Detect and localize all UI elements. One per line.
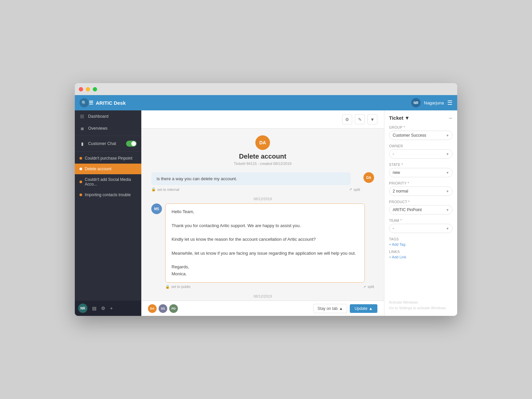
add-icon[interactable]: + bbox=[110, 306, 113, 311]
state-select[interactable]: new open resolved closed bbox=[389, 168, 453, 177]
sidebar-nav: ☷ Dashboard ≣ Overviews ▮ Customer Chat bbox=[75, 110, 141, 301]
sidebar-ticket-4[interactable]: Importing contacts trouble bbox=[75, 190, 141, 200]
logo-text: ARITIC Desk bbox=[96, 100, 126, 106]
team-select[interactable]: - Team A Team B bbox=[389, 224, 453, 233]
title-bar bbox=[75, 83, 457, 95]
update-label: Update bbox=[354, 306, 367, 311]
panel-arrow-icon[interactable]: → bbox=[448, 115, 453, 121]
settings-toolbar-icon[interactable]: ⚙ bbox=[342, 114, 352, 124]
sidebar-item-overviews[interactable]: ≣ Overviews bbox=[75, 122, 141, 134]
main-wrapper: ⚙ ✎ ▼ DA Delete account Ticket# 841 bbox=[141, 110, 457, 316]
message-wrapper-1: is there a way you can delete my account… bbox=[151, 172, 360, 192]
message-row-2: MS Hello Team, Thank you for contacting … bbox=[151, 203, 374, 289]
maximize-button[interactable] bbox=[93, 87, 97, 91]
menu-icon[interactable]: ☰ bbox=[447, 99, 453, 106]
group-field: GROUP * Customer Success Technical Sales… bbox=[389, 125, 453, 140]
close-button[interactable] bbox=[79, 87, 83, 91]
message-avatar-2: MS bbox=[151, 203, 162, 214]
chevron-up-icon: ▲ bbox=[339, 306, 343, 311]
priority-select[interactable]: 1 low 2 normal 3 high 4 critical bbox=[389, 187, 453, 196]
user-avatar: NR bbox=[411, 98, 421, 107]
product-select-wrapper: ARITIC PinPoint ARITIC Mail ARITIC Desk … bbox=[389, 205, 453, 214]
panel-title: Ticket ▼ bbox=[389, 115, 410, 121]
sidebar-item-dashboard[interactable]: ☷ Dashboard bbox=[75, 110, 141, 122]
minimize-button[interactable] bbox=[86, 87, 90, 91]
state-select-wrapper: new open resolved closed ▼ bbox=[389, 168, 453, 177]
customer-chat-toggle[interactable] bbox=[126, 141, 137, 147]
activate-watermark: Activate Windows Go to Settings to activ… bbox=[389, 286, 453, 311]
priority-label: PRIORITY * bbox=[389, 181, 453, 185]
message-actions-1: 🔒 set to internal ➚ split bbox=[151, 187, 360, 192]
settings-icon[interactable]: ⚙ bbox=[101, 306, 105, 311]
links-section: LINKS + Add Link bbox=[389, 250, 453, 259]
sidebar-label-customer-chat: Customer Chat bbox=[88, 141, 116, 146]
ticket-title-area: DA Delete account Ticket# 84115 - create… bbox=[151, 135, 374, 166]
message-text-1: is there a way you can delete my account… bbox=[157, 176, 237, 181]
ticket-dot-3 bbox=[79, 181, 82, 183]
add-link-button[interactable]: + Add Link bbox=[389, 255, 453, 259]
chart-icon[interactable]: ▤ bbox=[92, 306, 96, 311]
ticket-label-4: Importing contacts trouble bbox=[85, 193, 131, 197]
username: Nagarjuna bbox=[424, 100, 444, 105]
sidebar-label-overviews: Overviews bbox=[88, 126, 107, 131]
links-label: LINKS bbox=[389, 250, 453, 254]
sidebar-label-dashboard: Dashboard bbox=[88, 114, 108, 119]
tags-label: TAGS bbox=[389, 237, 453, 241]
app-container: 🔍 ☰ ARITIC Desk NR Nagarjuna ☰ ☷ Dashboa… bbox=[75, 95, 457, 316]
bottom-avatar-da[interactable]: DA bbox=[148, 304, 157, 313]
add-tag-button[interactable]: + Add Tag bbox=[389, 242, 453, 246]
split-icon-1: ➚ bbox=[349, 187, 352, 192]
product-field: PRODUCT * ARITIC PinPoint ARITIC Mail AR… bbox=[389, 200, 453, 214]
msg-line-3: Kindly let us know the reason for the ac… bbox=[172, 236, 358, 243]
update-chevron-icon: ▲ bbox=[369, 306, 373, 311]
sidebar-ticket-3[interactable]: Couldn't add Social Media Acco... bbox=[75, 174, 141, 190]
header-right: NR Nagarjuna ☰ bbox=[411, 98, 453, 107]
message-bubble-2: Hello Team, Thank you for contacting Ari… bbox=[165, 203, 365, 283]
stay-on-tab-button[interactable]: Stay on tab ▲ bbox=[313, 304, 347, 313]
set-internal-action[interactable]: 🔒 set to internal bbox=[151, 187, 179, 192]
ticket-label-1: Couldn't purchase Pinpoint bbox=[85, 156, 132, 161]
owner-select[interactable]: - Monica Nagarjuna bbox=[389, 149, 453, 159]
panel-dropdown-icon[interactable]: ▼ bbox=[405, 115, 410, 121]
ticket-title: Delete account bbox=[151, 153, 374, 160]
message-avatar-1: DA bbox=[363, 172, 374, 183]
sidebar-item-customer-chat[interactable]: ▮ Customer Chat bbox=[75, 137, 141, 150]
sidebar-ticket-2[interactable]: Delete account bbox=[75, 164, 141, 174]
ticket-toolbar: ⚙ ✎ ▼ bbox=[141, 110, 384, 129]
update-button[interactable]: Update ▲ bbox=[350, 304, 377, 313]
sidebar: ☷ Dashboard ≣ Overviews ▮ Customer Chat bbox=[75, 110, 141, 316]
panel-title-text: Ticket bbox=[389, 115, 403, 121]
more-toolbar-icon[interactable]: ▼ bbox=[367, 114, 377, 124]
message-actions-2: 🔒 set to public ➚ split bbox=[165, 285, 374, 289]
ticket-dot-2 bbox=[79, 168, 82, 170]
app-body: ☷ Dashboard ≣ Overviews ▮ Customer Chat bbox=[75, 110, 457, 316]
footer-user-avatar[interactable]: NR bbox=[78, 304, 87, 313]
edit-toolbar-icon[interactable]: ✎ bbox=[355, 114, 365, 124]
search-icon[interactable]: 🔍 bbox=[79, 98, 89, 107]
message-date-1: 08/12/2019 bbox=[151, 197, 374, 201]
dashboard-icon: ☷ bbox=[79, 114, 85, 119]
bottom-avatar-ss[interactable]: SS bbox=[159, 304, 167, 313]
priority-select-wrapper: 1 low 2 normal 3 high 4 critical ▼ bbox=[389, 187, 453, 196]
logo-icon: ☰ bbox=[89, 100, 93, 106]
right-panel: Ticket ▼ → GROUP * Customer Success bbox=[384, 110, 457, 316]
group-select[interactable]: Customer Success Technical Sales bbox=[389, 131, 453, 140]
split-action-1[interactable]: ➚ split bbox=[349, 187, 360, 192]
bottom-avatar-pd[interactable]: PD bbox=[169, 304, 178, 313]
app-header: 🔍 ☰ ARITIC Desk NR Nagarjuna ☰ bbox=[75, 95, 457, 110]
msg-line-1: Hello Team, bbox=[172, 208, 358, 215]
msg-line-5: Regards, bbox=[172, 264, 358, 271]
lock-icon: 🔒 bbox=[151, 187, 156, 192]
state-field: STATE * new open resolved closed ▼ bbox=[389, 163, 453, 177]
set-internal-label: set to internal bbox=[157, 188, 179, 192]
ticket-label-2: Delete account bbox=[85, 167, 111, 171]
set-public-action[interactable]: 🔒 set to public bbox=[165, 285, 191, 289]
sidebar-ticket-1[interactable]: Couldn't purchase Pinpoint bbox=[75, 153, 141, 164]
ticket-avatar: DA bbox=[255, 135, 270, 150]
split-action-2[interactable]: ➚ split bbox=[363, 285, 374, 289]
product-select[interactable]: ARITIC PinPoint ARITIC Mail ARITIC Desk bbox=[389, 205, 453, 214]
owner-field: OWNER - Monica Nagarjuna ▼ bbox=[389, 144, 453, 159]
set-public-label: set to public bbox=[171, 285, 191, 289]
overviews-icon: ≣ bbox=[79, 126, 85, 131]
watermark-line2: Go to Settings to activate Windows. bbox=[389, 305, 453, 311]
